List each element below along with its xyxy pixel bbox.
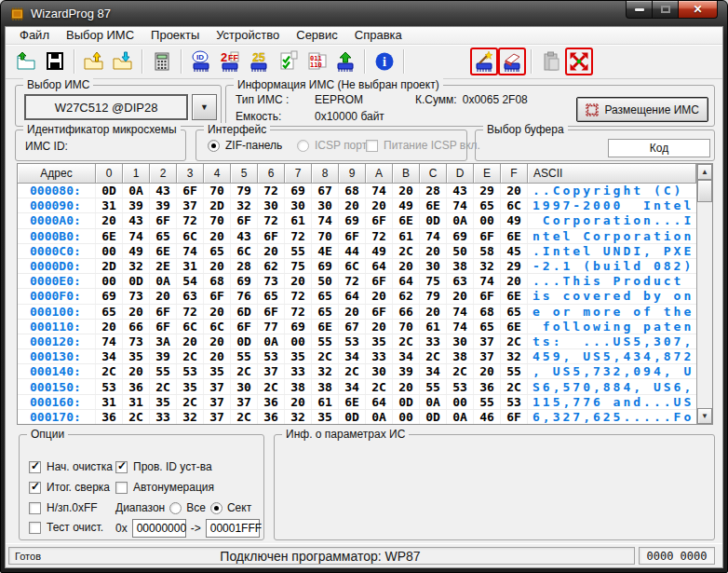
hex-byte-cell[interactable]: 6C	[177, 320, 204, 334]
hex-byte-cell[interactable]: 49	[123, 244, 150, 258]
hex-byte-cell[interactable]: 32	[474, 259, 501, 273]
hex-byte-cell[interactable]: 20	[393, 379, 420, 393]
hex-byte-cell[interactable]: 39	[393, 364, 420, 378]
hex-byte-cell[interactable]: 30	[258, 198, 285, 212]
hex-byte-cell[interactable]: 74	[312, 213, 339, 227]
minimize-button[interactable]	[626, 1, 653, 19]
hex-byte-cell[interactable]: 34	[420, 364, 447, 378]
hex-byte-cell[interactable]: 20	[420, 305, 447, 319]
hex-byte-cell[interactable]: 70	[393, 320, 420, 334]
hex-byte-cell[interactable]: 50	[312, 274, 339, 288]
hex-byte-cell[interactable]: 20	[366, 198, 393, 212]
hex-byte-cell[interactable]: 6E	[420, 198, 447, 212]
hex-byte-cell[interactable]: 20	[204, 349, 231, 363]
compare-data-button[interactable]: 011 110	[302, 48, 330, 75]
hex-byte-cell[interactable]: 30	[312, 198, 339, 212]
hex-byte-cell[interactable]: 6F	[150, 305, 177, 319]
hex-byte-cell[interactable]: 6F	[258, 229, 285, 243]
hex-byte-cell[interactable]: 6C	[177, 229, 204, 243]
hex-byte-cell[interactable]: 34	[339, 379, 366, 393]
hex-byte-cell[interactable]: 53	[501, 395, 528, 409]
hex-byte-cell[interactable]: 2C	[312, 349, 339, 363]
hex-byte-cell[interactable]: 6F	[231, 320, 258, 334]
hex-byte-cell[interactable]: 69	[285, 320, 312, 334]
hex-byte-cell[interactable]: 20	[204, 229, 231, 243]
hex-byte-cell[interactable]: 20	[204, 305, 231, 319]
hex-byte-cell[interactable]: 39	[150, 198, 177, 212]
buffer-select-field[interactable]: Код	[608, 139, 710, 157]
hex-byte-cell[interactable]: 72	[258, 213, 285, 227]
info-button[interactable]: i	[370, 48, 398, 75]
hex-byte-cell[interactable]: 2C	[150, 379, 177, 393]
hex-byte-cell[interactable]: 37	[258, 364, 285, 378]
hex-byte-cell[interactable]: 34	[393, 349, 420, 363]
hex-byte-cell[interactable]: 30	[231, 379, 258, 393]
hex-byte-cell[interactable]: 20	[501, 274, 528, 288]
scroll-down-button[interactable]: ▼	[697, 408, 712, 424]
hex-byte-cell[interactable]: 74	[420, 229, 447, 243]
hex-byte-cell[interactable]: 6E	[393, 213, 420, 227]
hex-ascii-cell[interactable]: is covered by on	[528, 289, 694, 303]
autonumber-checkbox[interactable]	[115, 482, 128, 494]
hex-byte-cell[interactable]: 34	[96, 349, 123, 363]
erase-chip-button[interactable]	[498, 48, 526, 75]
hex-byte-cell[interactable]: 55	[501, 364, 528, 378]
hex-byte-cell[interactable]: 46	[474, 410, 501, 424]
hex-byte-cell[interactable]: 2C	[231, 410, 258, 424]
hex-byte-cell[interactable]: 2C	[177, 395, 204, 409]
hex-byte-cell[interactable]: 72	[285, 229, 312, 243]
hex-byte-cell[interactable]: 54	[177, 274, 204, 288]
hex-byte-cell[interactable]: 73	[123, 289, 150, 303]
hex-byte-cell[interactable]: 2C	[96, 364, 123, 378]
hex-ascii-cell[interactable]: -2.1 (build 082)	[528, 259, 694, 273]
hex-byte-cell[interactable]: 20	[150, 289, 177, 303]
hex-byte-cell[interactable]: 55	[231, 349, 258, 363]
hex-byte-cell[interactable]: 6F	[474, 289, 501, 303]
hex-byte-cell[interactable]: 00	[96, 274, 123, 288]
hex-byte-cell[interactable]: 76	[231, 289, 258, 303]
hex-byte-cell[interactable]: 61	[285, 213, 312, 227]
hex-byte-cell[interactable]: 69	[339, 213, 366, 227]
hex-byte-cell[interactable]: 65	[150, 229, 177, 243]
hex-byte-cell[interactable]: 6C	[501, 198, 528, 212]
hex-byte-cell[interactable]: 31	[96, 198, 123, 212]
hex-byte-cell[interactable]: 53	[258, 349, 285, 363]
hex-byte-cell[interactable]: 39	[123, 198, 150, 212]
save-file-button[interactable]	[40, 48, 69, 75]
hex-byte-cell[interactable]: 33	[150, 410, 177, 424]
hex-byte-cell[interactable]: 53	[339, 334, 366, 348]
hex-byte-cell[interactable]: 20	[420, 244, 447, 258]
hex-byte-cell[interactable]: 68	[204, 274, 231, 288]
hex-byte-cell[interactable]: 2C	[447, 364, 474, 378]
range-to-field[interactable]: 00001FFF	[206, 519, 260, 538]
hex-byte-cell[interactable]: 72	[177, 305, 204, 319]
hex-byte-cell[interactable]: 20	[204, 259, 231, 273]
hex-byte-cell[interactable]: 00	[474, 213, 501, 227]
hex-byte-cell[interactable]: 6F	[366, 274, 393, 288]
chip-25-button[interactable]: 25	[244, 48, 273, 75]
export-file-button[interactable]	[79, 48, 108, 75]
hex-byte-cell[interactable]: 30	[366, 364, 393, 378]
hex-byte-cell[interactable]: 6C	[339, 259, 366, 273]
program-chip-button[interactable]	[330, 48, 359, 75]
hex-byte-cell[interactable]: 2D	[204, 198, 231, 212]
hex-byte-cell[interactable]: 29	[474, 184, 501, 198]
hex-byte-cell[interactable]: 6F	[339, 229, 366, 243]
hex-byte-cell[interactable]: 6F	[366, 305, 393, 319]
hex-byte-cell[interactable]: 58	[474, 244, 501, 258]
hex-byte-cell[interactable]: 73	[123, 334, 150, 348]
hex-byte-cell[interactable]: 6F	[231, 213, 258, 227]
hex-byte-cell[interactable]: 2C	[123, 410, 150, 424]
hex-byte-cell[interactable]: 6E	[501, 229, 528, 243]
hex-byte-cell[interactable]: 6F	[177, 184, 204, 198]
chip-select-combobox[interactable]: W27C512 @DIP28	[24, 94, 188, 120]
hex-byte-cell[interactable]: 50	[447, 244, 474, 258]
hex-byte-cell[interactable]: 20	[474, 364, 501, 378]
hex-byte-cell[interactable]: 31	[96, 395, 123, 409]
menu-device[interactable]: Устройство	[208, 27, 288, 44]
hex-byte-cell[interactable]: 2C	[258, 379, 285, 393]
hex-byte-cell[interactable]: 69	[312, 259, 339, 273]
hex-byte-cell[interactable]: 32	[231, 198, 258, 212]
hex-byte-cell[interactable]: 36	[474, 379, 501, 393]
hex-byte-cell[interactable]: 20	[366, 320, 393, 334]
